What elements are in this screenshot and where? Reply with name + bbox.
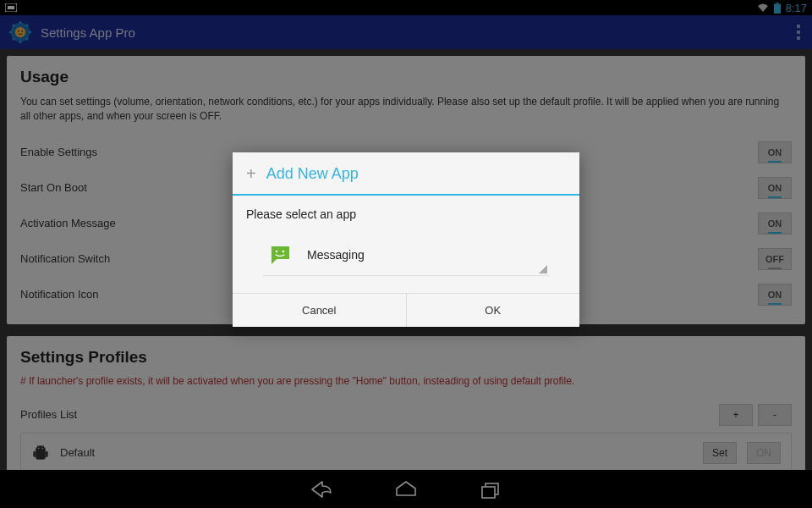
selected-app-label: Messaging (307, 248, 365, 262)
spinner-indicator-icon (539, 265, 547, 273)
dialog-prompt: Please select an app (246, 207, 566, 221)
dialog-title: Add New App (266, 165, 359, 183)
plus-icon: + (246, 164, 256, 184)
add-app-dialog: + Add New App Please select an app Messa… (233, 152, 579, 327)
svg-point-20 (276, 251, 278, 253)
cancel-button[interactable]: Cancel (233, 294, 407, 327)
messaging-icon (268, 243, 292, 267)
dialog-header: + Add New App (233, 152, 579, 196)
ok-button[interactable]: OK (407, 294, 580, 327)
svg-point-21 (283, 251, 285, 253)
app-selector-spinner[interactable]: Messaging (263, 236, 549, 276)
